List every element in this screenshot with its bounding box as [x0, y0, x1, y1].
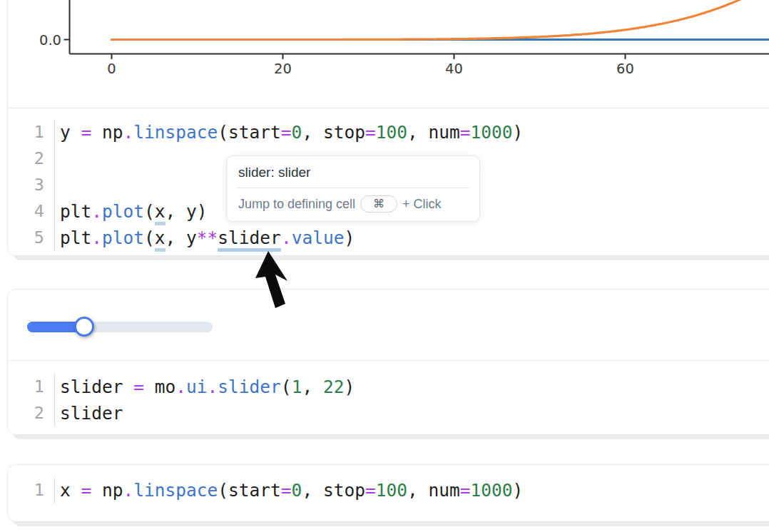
code-token: )	[344, 227, 355, 248]
code-token: mo	[144, 377, 175, 397]
code-token: y	[60, 122, 81, 143]
code-token: )	[512, 480, 523, 501]
code-token: 1000	[470, 122, 512, 143]
code-token: 100	[376, 480, 407, 501]
code-line[interactable]: 2slider	[8, 400, 769, 426]
code-token: 1000	[470, 480, 512, 501]
tooltip-action-suffix: + Click	[402, 197, 442, 212]
code-line-content: y = np.linspace(start=0, stop=100, num=1…	[55, 119, 523, 145]
code-token: =	[281, 122, 292, 143]
code-token: **	[197, 227, 218, 248]
code-line-content: slider	[55, 400, 123, 426]
code-token: =	[365, 122, 376, 143]
code-token: ,	[302, 377, 323, 397]
code-token: .	[123, 480, 134, 501]
code-line-content: slider = mo.ui.slider(1, 22)	[55, 374, 355, 400]
code-token: plot	[102, 201, 144, 222]
x-tick-label: 0	[107, 61, 116, 77]
x-tick-label: 40	[445, 61, 463, 77]
code-token: =	[81, 122, 92, 143]
code-token: np	[91, 122, 123, 143]
line-number: 5	[8, 225, 55, 251]
code-token: (start	[218, 480, 281, 501]
code-token: .	[175, 377, 186, 397]
code-line-content: plt.plot(x, y)	[55, 198, 208, 225]
code-token: linspace	[133, 480, 218, 501]
code-token: np	[91, 480, 123, 501]
tooltip-action-row: Jump to defining cell ⌘ + Click	[227, 188, 479, 221]
code-token: =	[281, 480, 292, 501]
hovered-variable-token[interactable]: slider	[218, 227, 281, 252]
slider-handle[interactable]	[74, 317, 94, 337]
series-line-orange	[112, 0, 758, 39]
code-token: , stop	[302, 480, 365, 501]
code-token: slider	[218, 377, 281, 397]
code-token: ui	[186, 377, 208, 397]
slider-track[interactable]	[27, 322, 213, 332]
x-tick-label: 20	[274, 61, 292, 77]
code-token: .	[91, 227, 102, 248]
code-token: , y)	[165, 201, 208, 222]
code-token: x	[60, 480, 81, 501]
code-line-content: x = np.linspace(start=0, stop=100, num=1…	[55, 477, 523, 503]
code-token: =	[365, 480, 376, 501]
command-keycap: ⌘	[360, 195, 397, 213]
code-line[interactable]: 1y = np.linspace(start=0, stop=100, num=…	[8, 119, 769, 145]
code-token: (	[144, 201, 155, 222]
code-token: 0	[292, 480, 302, 501]
code-editor[interactable]: 1slider = mo.ui.slider(1, 22)2slider	[8, 361, 769, 434]
code-token: )	[512, 122, 523, 143]
code-line-content	[55, 145, 60, 172]
code-token: x	[155, 227, 165, 252]
code-token: plt	[60, 227, 91, 248]
code-token: (start	[218, 122, 281, 143]
code-line-content	[55, 172, 60, 198]
code-token: )	[344, 377, 355, 397]
marimo-notebook: { "app": { "name": "marimo notebook" }, …	[0, 0, 769, 532]
code-token: 100	[376, 122, 407, 143]
code-line[interactable]: 1x = np.linspace(start=0, stop=100, num=…	[8, 477, 769, 503]
code-token: 1	[292, 377, 302, 397]
plot-output: 0.0 0 20 40 60	[8, 0, 769, 108]
line-number: 2	[8, 400, 55, 426]
code-token: (	[144, 227, 155, 248]
code-token: , num	[407, 480, 460, 501]
code-line-content: plt.plot(x, y**slider.value)	[55, 225, 355, 251]
tooltip-title: slider: slider	[227, 156, 479, 188]
plot-series-group	[112, 0, 769, 39]
code-token: , stop	[302, 122, 365, 143]
code-token: =	[460, 122, 471, 143]
code-token: plt	[60, 201, 91, 222]
line-number: 1	[8, 477, 55, 503]
code-token: , num	[407, 122, 460, 143]
code-token: slider	[60, 377, 133, 397]
code-token: =	[460, 480, 471, 501]
code-token: (	[281, 377, 292, 397]
code-token: plot	[102, 227, 144, 248]
code-token: 0	[292, 122, 302, 143]
code-token: .	[123, 122, 134, 143]
code-token: .	[208, 377, 218, 397]
tooltip-action-label: Jump to defining cell	[238, 197, 355, 212]
code-editor[interactable]: 1x = np.linspace(start=0, stop=100, num=…	[8, 465, 769, 511]
output-plot: 0.0 0 20 40 60	[8, 0, 769, 108]
code-token: value	[292, 227, 345, 248]
variable-tooltip: slider: slider Jump to defining cell ⌘ +…	[226, 155, 480, 222]
line-number: 1	[8, 374, 55, 400]
line-number: 4	[8, 198, 55, 225]
line-number: 1	[8, 119, 55, 145]
cell-x: 1x = np.linspace(start=0, stop=100, num=…	[7, 464, 769, 522]
code-line[interactable]: 5plt.plot(x, y**slider.value)	[8, 225, 769, 251]
line-number: 3	[8, 172, 55, 198]
code-token: .	[91, 201, 102, 222]
code-token: linspace	[133, 122, 218, 143]
cell-slider: 1slider = mo.ui.slider(1, 22)2slider	[7, 289, 769, 435]
code-token: slider	[60, 403, 123, 424]
code-line[interactable]: 1slider = mo.ui.slider(1, 22)	[8, 374, 769, 400]
code-token: .	[281, 227, 292, 248]
code-token: 22	[323, 377, 345, 397]
line-number: 2	[8, 145, 55, 172]
code-token: =	[81, 480, 92, 501]
command-key-icon: ⌘	[373, 197, 385, 210]
x-tick-label: 60	[616, 61, 634, 77]
